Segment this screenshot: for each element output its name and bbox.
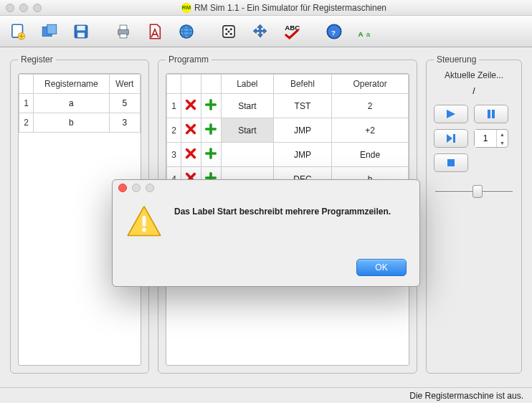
delete-row-icon[interactable] — [181, 118, 201, 143]
current-line-label: Aktuelle Zeile... — [434, 70, 514, 80]
step-up-icon[interactable]: ▲ — [497, 130, 508, 138]
delete-row-icon[interactable] — [181, 94, 201, 118]
status-text: Die Registermaschine ist aus. — [409, 391, 523, 401]
svg-rect-3 — [47, 24, 57, 34]
svg-rect-26 — [447, 159, 455, 166]
svg-point-17 — [227, 30, 229, 32]
window-title-text: RM Sim 1.1 - Ein Simulator für Registerm… — [194, 3, 386, 13]
svg-rect-25 — [453, 134, 455, 143]
svg-text:?: ? — [331, 28, 336, 36]
alert-dialog: Das Label Start beschreibt mehrere Progr… — [112, 179, 420, 287]
stop-button[interactable] — [434, 153, 468, 172]
svg-point-13 — [225, 28, 227, 30]
font-button[interactable]: Aa — [355, 21, 376, 42]
svg-text:A: A — [358, 29, 363, 37]
pause-button[interactable] — [474, 105, 508, 123]
step-down-icon[interactable]: ▼ — [497, 138, 508, 147]
program-header-op: Operator — [332, 75, 409, 94]
add-row-icon[interactable] — [201, 143, 221, 167]
speed-slider[interactable] — [435, 190, 513, 193]
program-cmd-cell[interactable]: TST — [273, 94, 332, 118]
program-op-cell[interactable]: 2 — [332, 94, 409, 118]
svg-rect-23 — [488, 110, 490, 118]
pdf-button[interactable] — [144, 21, 166, 42]
svg-point-16 — [230, 32, 232, 34]
svg-rect-6 — [77, 32, 85, 37]
svg-rect-24 — [492, 110, 495, 118]
play-button[interactable] — [434, 105, 468, 123]
svg-point-14 — [230, 28, 232, 30]
program-header-label: Label — [221, 75, 273, 94]
dice-button[interactable] — [218, 21, 239, 42]
save-button[interactable] — [70, 21, 92, 42]
program-label-cell[interactable]: Start — [221, 94, 273, 118]
register-value-cell[interactable]: 3 — [109, 113, 140, 133]
svg-point-28 — [142, 228, 146, 232]
program-header-blank — [166, 75, 181, 94]
window-controls — [6, 4, 42, 12]
register-header-name: Registername — [34, 75, 110, 94]
dialog-zoom-icon — [146, 184, 154, 192]
control-group: Steuerung Aktuelle Zeile... / ▲▼ — [426, 54, 522, 374]
spellcheck-button[interactable]: ABC — [281, 21, 303, 42]
register-legend: Register — [18, 54, 56, 65]
table-row[interactable]: 2 Start JMP +2 — [166, 118, 408, 143]
current-line-value: / — [472, 86, 475, 96]
help-button[interactable]: ? — [323, 21, 345, 42]
program-op-cell[interactable]: +2 — [332, 118, 409, 143]
program-header-row: Label Befehl Operator — [166, 75, 408, 94]
register-table: Registername Wert 1 a 5 2 b 3 — [19, 74, 141, 133]
svg-rect-5 — [77, 25, 85, 30]
program-label-cell[interactable] — [221, 143, 273, 167]
program-op-cell[interactable]: Ende — [332, 143, 409, 167]
dialog-message: Das Label Start beschreibt mehrere Progr… — [174, 203, 391, 242]
step-button[interactable] — [434, 129, 468, 148]
register-header-value: Wert — [109, 75, 140, 94]
program-header-cmd: Befehl — [273, 75, 332, 94]
register-value-cell[interactable]: 5 — [109, 94, 140, 113]
program-label-cell[interactable]: Start — [221, 118, 273, 143]
program-legend: Programm — [166, 54, 212, 65]
print-button[interactable] — [113, 21, 134, 42]
zoom-window-icon[interactable] — [33, 4, 42, 12]
step-count-spinner[interactable]: ▲▼ — [474, 129, 508, 148]
program-cmd-cell[interactable]: JMP — [273, 143, 332, 167]
close-window-icon[interactable] — [6, 4, 14, 12]
add-row-icon[interactable] — [201, 118, 221, 143]
row-index: 1 — [19, 94, 34, 113]
svg-rect-9 — [120, 34, 127, 38]
register-name-cell[interactable]: a — [34, 94, 110, 113]
table-row[interactable]: 1 Start TST 2 — [166, 94, 408, 118]
window-title: RMRM Sim 1.1 - Ein Simulator für Registe… — [42, 2, 526, 14]
warning-icon — [125, 203, 163, 242]
row-index: 1 — [166, 94, 181, 118]
svg-text:a: a — [366, 29, 371, 37]
titlebar: RMRM Sim 1.1 - Ein Simulator für Registe… — [0, 0, 532, 16]
app-icon: RM — [181, 3, 191, 13]
svg-point-15 — [225, 32, 227, 34]
register-name-cell[interactable]: b — [34, 113, 110, 133]
svg-rect-27 — [143, 216, 146, 227]
program-table: Label Befehl Operator 1 Start TST 2 2 St — [166, 74, 409, 191]
register-header-blank — [19, 75, 34, 94]
row-index: 2 — [19, 113, 34, 133]
ok-button[interactable]: OK — [356, 259, 407, 276]
step-count-input[interactable] — [475, 130, 496, 147]
toolbar: ABC ? Aa — [0, 16, 532, 47]
svg-rect-8 — [120, 25, 127, 30]
minimize-window-icon[interactable] — [19, 4, 28, 12]
table-row[interactable]: 2 b 3 — [19, 113, 141, 133]
register-header-row: Registername Wert — [19, 75, 141, 94]
globe-button[interactable] — [176, 21, 197, 42]
windows-button[interactable] — [39, 21, 60, 42]
add-row-icon[interactable] — [201, 94, 221, 118]
dialog-close-icon[interactable] — [118, 184, 127, 192]
delete-row-icon[interactable] — [181, 143, 201, 167]
control-legend: Steuerung — [434, 54, 479, 65]
table-row[interactable]: 1 a 5 — [19, 94, 141, 113]
program-cmd-cell[interactable]: JMP — [273, 118, 332, 143]
move-button[interactable] — [250, 21, 271, 42]
new-button[interactable] — [7, 21, 29, 42]
row-index: 3 — [166, 143, 181, 167]
table-row[interactable]: 3 JMP Ende — [166, 143, 408, 167]
